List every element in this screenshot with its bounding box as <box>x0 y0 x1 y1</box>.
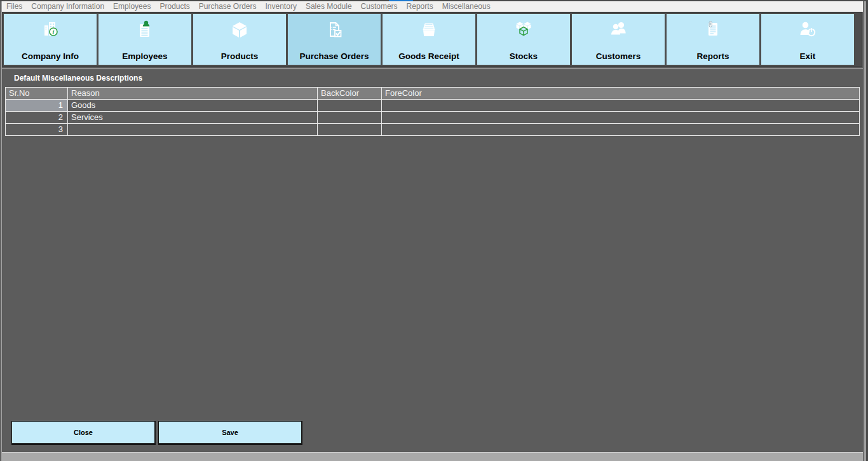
menu-item-inventory[interactable]: Inventory <box>261 1 301 12</box>
toolbar-button-products[interactable]: Products <box>193 14 286 65</box>
menu-item-customers[interactable]: Customers <box>356 1 402 12</box>
menu-item-employees[interactable]: Employees <box>109 1 155 12</box>
toolbar-button-label: Customers <box>596 51 641 61</box>
toolbar-button-label: Stocks <box>510 51 538 61</box>
menu-item-products[interactable]: Products <box>155 1 194 12</box>
stocks-cubes-icon <box>512 17 536 44</box>
products-cube-icon <box>227 17 252 44</box>
cell-backcolor[interactable] <box>318 112 381 123</box>
window-border-right <box>863 1 868 461</box>
save-button[interactable]: Save <box>158 421 302 445</box>
window-resize-strip <box>2 452 863 461</box>
window-border-left <box>0 1 2 461</box>
menu-item-files[interactable]: Files <box>2 1 27 12</box>
toolbar-button-stocks[interactable]: Stocks <box>477 14 570 65</box>
cell-srno[interactable]: 3 <box>6 124 67 135</box>
cell-forecolor[interactable] <box>382 100 859 111</box>
employees-icon <box>133 17 157 44</box>
cell-forecolor[interactable] <box>382 124 859 135</box>
customers-icon <box>606 17 630 44</box>
cell-srno[interactable]: 1 <box>6 100 67 111</box>
menu-item-company-information[interactable]: Company Information <box>27 1 109 12</box>
purchase-orders-icon <box>322 17 346 44</box>
svg-text:i: i <box>53 29 55 36</box>
toolbar-button-label: Products <box>221 51 259 61</box>
menu-item-purchase-orders[interactable]: Purchase Orders <box>194 1 261 12</box>
company-info-icon: i <box>38 17 62 44</box>
toolbar-button-goods-receipt[interactable]: Goods Receipt <box>383 14 475 65</box>
toolbar-button-label: Company Info <box>22 51 79 61</box>
panel-title: Default Miscellaneous Descriptions <box>2 68 863 86</box>
toolbar-button-label: Reports <box>696 51 729 61</box>
toolbar-button-label: Exit <box>800 51 816 61</box>
toolbar: i Company Info Employe <box>2 12 862 67</box>
cell-forecolor[interactable] <box>382 112 859 123</box>
column-header-forecolor[interactable]: ForeColor <box>382 88 859 99</box>
cell-reason[interactable] <box>68 124 317 135</box>
toolbar-button-exit[interactable]: Exit <box>761 14 854 65</box>
column-header-backcolor[interactable]: BackColor <box>318 88 381 99</box>
cell-reason[interactable]: Goods <box>68 100 317 111</box>
toolbar-button-company-info[interactable]: i Company Info <box>4 14 97 65</box>
window-top-border <box>0 0 868 1</box>
app-window: Files Company Information Employees Prod… <box>0 0 868 461</box>
toolbar-button-customers[interactable]: Customers <box>572 14 665 65</box>
column-header-srno[interactable]: Sr.No <box>6 88 67 99</box>
close-button[interactable]: Close <box>11 421 156 445</box>
data-grid: Sr.No Reason BackColor ForeColor 1 Goods… <box>5 87 860 136</box>
menu-item-reports[interactable]: Reports <box>402 1 438 12</box>
menu-item-miscellaneous[interactable]: Miscellaneous <box>438 1 495 12</box>
toolbar-button-label: Purchase Orders <box>300 51 369 61</box>
toolbar-button-employees[interactable]: Employees <box>98 14 191 65</box>
menubar: Files Company Information Employees Prod… <box>1 1 867 12</box>
window-top-accent <box>389 0 413 1</box>
toolbar-button-label: Goods Receipt <box>398 51 459 61</box>
toolbar-button-reports[interactable]: Reports <box>667 14 759 65</box>
exit-icon <box>796 17 820 44</box>
menu-item-sales-module[interactable]: Sales Module <box>301 1 356 12</box>
column-header-reason[interactable]: Reason <box>68 88 317 99</box>
cell-backcolor[interactable] <box>318 124 381 135</box>
reports-icon <box>701 17 725 44</box>
cell-reason[interactable]: Services <box>68 112 317 123</box>
toolbar-button-label: Employees <box>122 51 167 61</box>
cell-srno[interactable]: 2 <box>6 112 67 123</box>
footer-buttons: Close Save <box>11 421 302 445</box>
cell-backcolor[interactable] <box>318 100 381 111</box>
toolbar-button-purchase-orders[interactable]: Purchase Orders <box>288 14 381 65</box>
goods-receipt-icon <box>417 17 441 44</box>
